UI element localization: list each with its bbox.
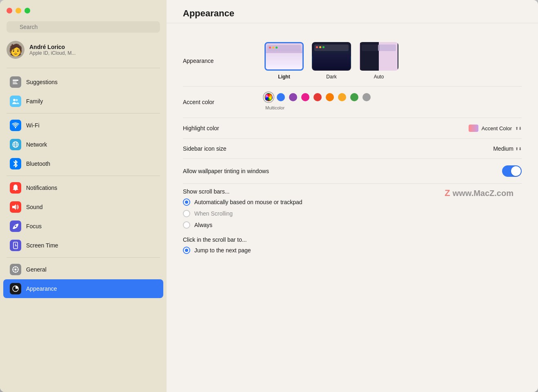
sidebar-divider-4 — [7, 257, 160, 258]
accent-color-label: Accent color — [183, 99, 265, 105]
accent-dot-green[interactable] — [350, 93, 358, 101]
appearance-row: Appearance — [183, 36, 522, 87]
wallpaper-tinting-control — [269, 165, 522, 177]
network-icon — [10, 139, 21, 150]
appearance-control: Light — [265, 42, 522, 80]
scroll-always-radio[interactable] — [183, 221, 190, 229]
thumb-bar-auto-right — [378, 45, 396, 51]
click-next-page-radio[interactable] — [183, 247, 190, 254]
svg-point-11 — [15, 225, 16, 227]
sidebar-item-wifi[interactable]: Wi-Fi — [3, 116, 163, 135]
appearance-label: Appearance — [183, 58, 265, 64]
scroll-always-label: Always — [194, 222, 212, 228]
sidebar-divider-3 — [7, 176, 160, 176]
search-input[interactable] — [7, 21, 160, 33]
search-container: 🔍 — [0, 21, 167, 38]
highlight-control-inner[interactable]: Accent Color ⬆⬇ — [469, 125, 522, 132]
click-next-page-option[interactable]: Jump to the next page — [183, 247, 522, 254]
main-body: Appearance — [167, 23, 538, 392]
sidebar-item-focus[interactable]: Focus — [3, 217, 163, 236]
click-scroll-section: Click in the scroll bar to... Jump to th… — [183, 232, 522, 257]
appearance-options: Light — [265, 42, 398, 80]
avatar: 🧑 — [7, 41, 24, 59]
appearance-option-dark[interactable]: Dark — [312, 42, 351, 80]
sidebar-item-notifications[interactable]: Notifications — [3, 178, 163, 197]
scroll-auto-radio[interactable] — [183, 198, 190, 206]
appearance-option-light[interactable]: Light — [265, 42, 304, 80]
appearance-icon — [10, 283, 21, 294]
minimize-button[interactable] — [16, 8, 21, 13]
sidebar-divider-1 — [7, 68, 160, 68]
appearance-option-auto[interactable]: Auto — [359, 42, 398, 80]
svg-rect-0 — [13, 80, 18, 81]
dot-yellow — [319, 46, 321, 48]
accent-dot-red[interactable] — [313, 93, 322, 101]
appearance-thumb-auto — [359, 42, 398, 71]
highlight-value: Accent Color — [482, 125, 512, 131]
watermark-text: www.MacZ.com — [453, 189, 514, 198]
scroll-auto-label: Automatically based on mouse or trackpad — [194, 199, 302, 205]
svg-point-4 — [16, 99, 18, 101]
user-info: André Lorico Apple ID, iCloud, M... — [29, 44, 76, 56]
sidebar-item-screentime[interactable]: Screen Time — [3, 236, 163, 255]
scroll-auto-option[interactable]: Automatically based on mouse or trackpad — [183, 198, 522, 206]
sidebar-icon-size-row: Sidebar icon size Medium ⬆⬇ — [183, 139, 522, 159]
sidebar-item-label: Bluetooth — [26, 160, 50, 167]
appearance-option-label: Auto — [374, 74, 384, 80]
family-icon — [10, 96, 21, 107]
dot-yellow — [272, 47, 274, 49]
accent-selected-label: Multicolor — [265, 104, 371, 111]
accent-colors: Multicolor — [265, 93, 371, 111]
wallpaper-tinting-row: Allow wallpaper tinting in windows — [183, 159, 522, 184]
thumb-bar-auto-left — [362, 45, 380, 51]
scroll-scrolling-radio[interactable] — [183, 210, 190, 217]
sidebar-size-wrapper[interactable]: Medium ⬆⬇ — [493, 145, 522, 152]
sidebar-item-sound[interactable]: Sound — [3, 198, 163, 216]
sidebar-item-network[interactable]: Network — [3, 135, 163, 154]
accent-color-dots — [265, 93, 371, 101]
user-profile[interactable]: 🧑 André Lorico Apple ID, iCloud, M... — [0, 38, 167, 65]
sidebar-item-label: Suggestions — [26, 79, 58, 85]
highlight-color-label: Highlight color — [183, 125, 265, 131]
accent-dot-yellow[interactable] — [338, 93, 346, 101]
appearance-option-label: Dark — [326, 74, 336, 80]
accent-dot-orange[interactable] — [326, 93, 334, 101]
highlight-color-row: Highlight color Accent Color ⬆⬇ — [183, 118, 522, 139]
search-wrapper: 🔍 — [7, 21, 160, 33]
sidebar-item-appearance[interactable]: Appearance — [3, 279, 163, 298]
user-subtitle: Apple ID, iCloud, M... — [29, 50, 76, 56]
highlight-swatch — [469, 125, 478, 132]
sidebar-item-label: Screen Time — [26, 242, 58, 249]
sidebar-item-label: Network — [26, 141, 47, 148]
sidebar-item-suggestions[interactable]: Suggestions — [3, 73, 163, 91]
accent-dot-gray[interactable] — [362, 93, 371, 101]
scroll-bars-title: Show scroll bars... — [183, 182, 229, 198]
accent-dot-pink[interactable] — [301, 93, 309, 101]
scroll-always-option[interactable]: Always — [183, 221, 522, 229]
page-title: Appearance — [183, 8, 522, 19]
accent-dot-purple[interactable] — [289, 93, 297, 101]
scroll-when-scrolling-option[interactable]: When Scrolling — [183, 210, 522, 217]
sidebar-item-label: Appearance — [26, 285, 57, 292]
suggestions-icon — [10, 76, 21, 88]
svg-point-3 — [13, 99, 16, 101]
appearance-option-label: Light — [278, 74, 290, 80]
close-button[interactable] — [7, 8, 12, 13]
click-scroll-title: Click in the scroll bar to... — [183, 230, 247, 246]
user-name: André Lorico — [29, 44, 76, 50]
sidebar-item-general[interactable]: General — [3, 260, 163, 279]
toggle-knob — [511, 166, 521, 176]
sidebar: 🔍 🧑 André Lorico Apple ID, iCloud, M... … — [0, 0, 167, 392]
general-icon — [10, 264, 21, 275]
sound-icon — [10, 201, 21, 213]
appearance-thumb-light — [265, 42, 304, 71]
sidebar-item-bluetooth[interactable]: Bluetooth — [3, 154, 163, 173]
accent-dot-multicolor[interactable] — [265, 93, 273, 101]
scroll-bars-radio-group: Automatically based on mouse or trackpad… — [183, 195, 522, 232]
sidebar-item-family[interactable]: Family — [3, 92, 163, 111]
accent-dot-blue[interactable] — [277, 93, 285, 101]
svg-marker-10 — [12, 204, 16, 210]
wallpaper-tinting-toggle[interactable] — [502, 165, 522, 177]
maximize-button[interactable] — [24, 8, 30, 13]
wifi-icon — [10, 120, 21, 131]
